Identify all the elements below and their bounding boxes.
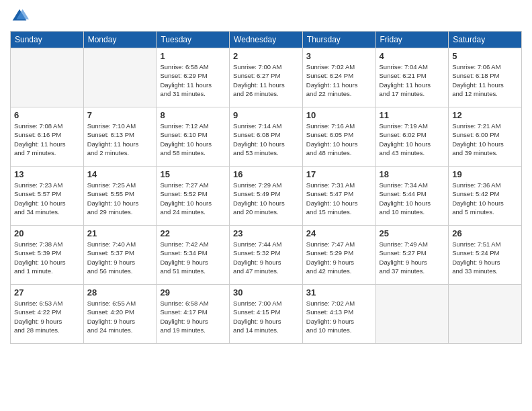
day-detail: Sunrise: 6:53 AM Sunset: 4:22 PM Dayligh… (14, 299, 80, 334)
day-detail: Sunrise: 7:12 AM Sunset: 6:10 PM Dayligh… (160, 122, 226, 157)
logo-icon (10, 7, 29, 26)
day-number: 31 (306, 287, 372, 298)
day-detail: Sunrise: 7:02 AM Sunset: 6:24 PM Dayligh… (306, 62, 372, 98)
day-detail: Sunrise: 7:27 AM Sunset: 5:52 PM Dayligh… (160, 181, 226, 216)
calendar-cell: 18Sunrise: 7:34 AM Sunset: 5:44 PM Dayli… (375, 167, 449, 226)
header-cell-thursday: Thursday (302, 32, 375, 48)
header-cell-saturday: Saturday (449, 32, 522, 48)
calendar-cell: 19Sunrise: 7:36 AM Sunset: 5:42 PM Dayli… (449, 167, 522, 226)
day-number: 21 (87, 228, 153, 238)
day-detail: Sunrise: 7:47 AM Sunset: 5:29 PM Dayligh… (306, 240, 372, 275)
day-detail: Sunrise: 7:29 AM Sunset: 5:49 PM Dayligh… (233, 181, 299, 216)
day-number: 16 (233, 169, 299, 179)
page: SundayMondayTuesdayWednesdayThursdayFrid… (0, 0, 532, 411)
day-number: 19 (452, 169, 518, 179)
header-cell-tuesday: Tuesday (157, 32, 230, 48)
day-number: 10 (306, 110, 372, 120)
day-number: 26 (452, 228, 518, 238)
day-number: 3 (306, 51, 372, 61)
day-number: 14 (87, 169, 153, 179)
day-detail: Sunrise: 7:49 AM Sunset: 5:27 PM Dayligh… (380, 240, 445, 275)
day-detail: Sunrise: 7:34 AM Sunset: 5:44 PM Dayligh… (380, 181, 445, 216)
calendar-header: SundayMondayTuesdayWednesdayThursdayFrid… (11, 32, 522, 48)
calendar-cell: 15Sunrise: 7:27 AM Sunset: 5:52 PM Dayli… (157, 167, 230, 226)
day-detail: Sunrise: 7:42 AM Sunset: 5:34 PM Dayligh… (160, 240, 226, 275)
calendar-row-0: 1Sunrise: 6:58 AM Sunset: 6:29 PM Daylig… (11, 48, 522, 107)
day-number: 7 (87, 110, 153, 120)
day-number: 4 (380, 51, 445, 61)
day-detail: Sunrise: 7:38 AM Sunset: 5:39 PM Dayligh… (14, 240, 80, 275)
calendar-cell: 2Sunrise: 7:00 AM Sunset: 6:27 PM Daylig… (230, 48, 303, 107)
calendar-cell: 12Sunrise: 7:21 AM Sunset: 6:00 PM Dayli… (449, 107, 522, 167)
calendar-table: SundayMondayTuesdayWednesdayThursdayFrid… (10, 31, 522, 344)
day-number: 12 (452, 110, 518, 120)
day-number: 5 (452, 51, 518, 61)
header-cell-friday: Friday (375, 32, 449, 48)
day-detail: Sunrise: 7:06 AM Sunset: 6:18 PM Dayligh… (452, 62, 518, 98)
calendar-row-3: 20Sunrise: 7:38 AM Sunset: 5:39 PM Dayli… (11, 226, 522, 285)
day-number: 30 (233, 287, 299, 298)
day-number: 23 (233, 228, 299, 238)
day-detail: Sunrise: 7:14 AM Sunset: 6:08 PM Dayligh… (233, 122, 299, 157)
calendar-cell (11, 48, 84, 107)
day-detail: Sunrise: 6:58 AM Sunset: 6:29 PM Dayligh… (160, 62, 226, 98)
calendar-cell: 11Sunrise: 7:19 AM Sunset: 6:02 PM Dayli… (375, 107, 449, 167)
day-detail: Sunrise: 7:16 AM Sunset: 6:05 PM Dayligh… (306, 122, 372, 157)
calendar-row-2: 13Sunrise: 7:23 AM Sunset: 5:57 PM Dayli… (11, 167, 522, 226)
day-detail: Sunrise: 7:23 AM Sunset: 5:57 PM Dayligh… (14, 181, 80, 216)
calendar-cell: 1Sunrise: 6:58 AM Sunset: 6:29 PM Daylig… (157, 48, 230, 107)
calendar-cell: 3Sunrise: 7:02 AM Sunset: 6:24 PM Daylig… (302, 48, 375, 107)
calendar-cell: 28Sunrise: 6:55 AM Sunset: 4:20 PM Dayli… (83, 285, 157, 344)
calendar-cell: 26Sunrise: 7:51 AM Sunset: 5:24 PM Dayli… (449, 226, 522, 285)
day-number: 25 (380, 228, 445, 238)
calendar-cell: 9Sunrise: 7:14 AM Sunset: 6:08 PM Daylig… (230, 107, 303, 167)
day-detail: Sunrise: 7:00 AM Sunset: 4:15 PM Dayligh… (233, 299, 299, 334)
calendar-cell: 5Sunrise: 7:06 AM Sunset: 6:18 PM Daylig… (449, 48, 522, 107)
calendar-cell: 22Sunrise: 7:42 AM Sunset: 5:34 PM Dayli… (157, 226, 230, 285)
day-number: 1 (160, 51, 226, 61)
calendar-cell: 21Sunrise: 7:40 AM Sunset: 5:37 PM Dayli… (83, 226, 157, 285)
calendar-cell: 30Sunrise: 7:00 AM Sunset: 4:15 PM Dayli… (230, 285, 303, 344)
day-number: 17 (306, 169, 372, 179)
calendar-cell: 25Sunrise: 7:49 AM Sunset: 5:27 PM Dayli… (375, 226, 449, 285)
header-cell-sunday: Sunday (11, 32, 84, 48)
calendar-row-1: 6Sunrise: 7:08 AM Sunset: 6:16 PM Daylig… (11, 107, 522, 167)
day-detail: Sunrise: 7:40 AM Sunset: 5:37 PM Dayligh… (87, 240, 153, 275)
day-detail: Sunrise: 7:04 AM Sunset: 6:21 PM Dayligh… (380, 62, 445, 98)
calendar-row-4: 27Sunrise: 6:53 AM Sunset: 4:22 PM Dayli… (11, 285, 522, 344)
calendar-cell: 24Sunrise: 7:47 AM Sunset: 5:29 PM Dayli… (302, 226, 375, 285)
day-detail: Sunrise: 7:00 AM Sunset: 6:27 PM Dayligh… (233, 62, 299, 98)
day-detail: Sunrise: 7:02 AM Sunset: 4:13 PM Dayligh… (306, 299, 372, 334)
day-detail: Sunrise: 7:08 AM Sunset: 6:16 PM Dayligh… (14, 122, 80, 157)
calendar-body: 1Sunrise: 6:58 AM Sunset: 6:29 PM Daylig… (11, 48, 522, 344)
header-cell-monday: Monday (83, 32, 157, 48)
day-detail: Sunrise: 7:21 AM Sunset: 6:00 PM Dayligh… (452, 122, 518, 157)
calendar-cell (375, 285, 449, 344)
day-detail: Sunrise: 7:31 AM Sunset: 5:47 PM Dayligh… (306, 181, 372, 216)
day-detail: Sunrise: 7:44 AM Sunset: 5:32 PM Dayligh… (233, 240, 299, 275)
day-number: 2 (233, 51, 299, 61)
calendar-cell (83, 48, 157, 107)
day-detail: Sunrise: 7:10 AM Sunset: 6:13 PM Dayligh… (87, 122, 153, 157)
day-number: 8 (160, 110, 226, 120)
day-number: 11 (380, 110, 445, 120)
header-row: SundayMondayTuesdayWednesdayThursdayFrid… (11, 32, 522, 48)
day-number: 27 (14, 287, 80, 298)
day-detail: Sunrise: 6:55 AM Sunset: 4:20 PM Dayligh… (87, 299, 153, 334)
calendar-cell: 14Sunrise: 7:25 AM Sunset: 5:55 PM Dayli… (83, 167, 157, 226)
day-detail: Sunrise: 6:58 AM Sunset: 4:17 PM Dayligh… (160, 299, 226, 334)
day-detail: Sunrise: 7:36 AM Sunset: 5:42 PM Dayligh… (452, 181, 518, 216)
day-number: 24 (306, 228, 372, 238)
day-number: 28 (87, 287, 153, 298)
header-cell-wednesday: Wednesday (230, 32, 303, 48)
calendar-cell: 27Sunrise: 6:53 AM Sunset: 4:22 PM Dayli… (11, 285, 84, 344)
calendar-cell: 8Sunrise: 7:12 AM Sunset: 6:10 PM Daylig… (157, 107, 230, 167)
day-number: 22 (160, 228, 226, 238)
day-number: 6 (14, 110, 80, 120)
calendar-cell: 29Sunrise: 6:58 AM Sunset: 4:17 PM Dayli… (157, 285, 230, 344)
day-number: 29 (160, 287, 226, 298)
day-detail: Sunrise: 7:51 AM Sunset: 5:24 PM Dayligh… (452, 240, 518, 275)
logo (10, 7, 32, 26)
day-detail: Sunrise: 7:25 AM Sunset: 5:55 PM Dayligh… (87, 181, 153, 216)
day-number: 20 (14, 228, 80, 238)
